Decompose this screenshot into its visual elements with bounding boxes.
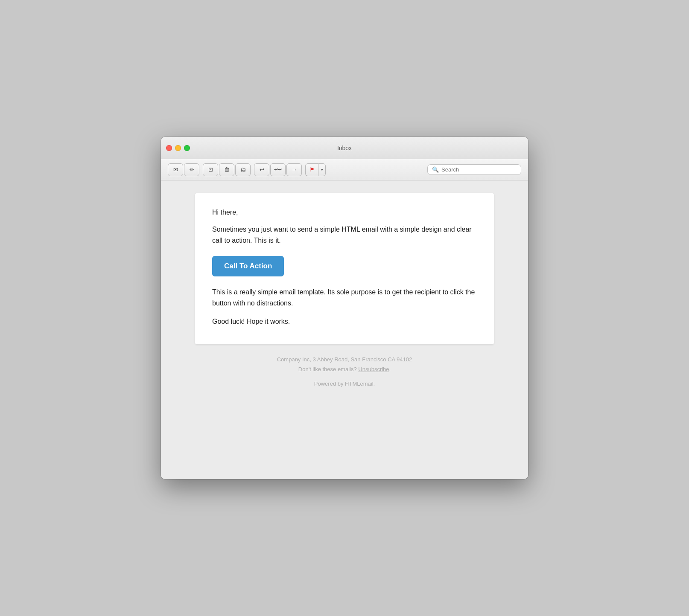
compose-icon: ✉	[173, 166, 178, 173]
company-address: Company Inc, 3 Abbey Road, San Francisco…	[195, 354, 494, 364]
powered-by: Powered by HTMLemail.	[195, 381, 494, 387]
window-title: Inbox	[337, 145, 352, 151]
delete-icon: 🗑	[224, 166, 230, 173]
message-actions-group: ⊡ 🗑 🗂	[203, 163, 251, 176]
app-window: Inbox ✉ ✏ ⊡ 🗑 🗂 ↩	[161, 137, 528, 479]
unsubscribe-line: Don't like these emails? Unsubscribe.	[195, 364, 494, 374]
reply-icon: ↩	[260, 166, 264, 173]
flag-button[interactable]: ⚑	[305, 163, 318, 176]
unsubscribe-suffix: .	[389, 366, 391, 372]
archive-icon: ⊡	[208, 166, 213, 173]
minimize-button[interactable]	[175, 145, 181, 151]
titlebar: Inbox	[161, 137, 528, 159]
email-body-1: Sometimes you just want to send a simple…	[212, 224, 477, 246]
email-greeting: Hi there,	[212, 209, 477, 216]
junk-icon: 🗂	[240, 166, 246, 173]
cta-button[interactable]: Call To Action	[212, 256, 284, 276]
reply-all-button[interactable]: ↩↩	[270, 163, 286, 176]
unsubscribe-prefix: Don't like these emails?	[298, 366, 359, 372]
edit-button[interactable]: ✏	[184, 163, 199, 176]
email-meta-footer: Company Inc, 3 Abbey Road, San Francisco…	[195, 354, 494, 375]
search-icon: 🔍	[432, 166, 439, 173]
compose-group: ✉ ✏	[168, 163, 199, 176]
email-card: Hi there, Sometimes you just want to sen…	[195, 193, 494, 344]
search-input[interactable]	[441, 166, 517, 173]
forward-icon: →	[292, 166, 297, 173]
reply-group: ↩ ↩↩ →	[254, 163, 302, 176]
junk-button[interactable]: 🗂	[235, 163, 251, 176]
email-area: Hi there, Sometimes you just want to sen…	[161, 180, 528, 479]
chevron-down-icon: ▾	[321, 168, 323, 172]
email-body-2: This is a really simple email template. …	[212, 287, 477, 308]
maximize-button[interactable]	[184, 145, 190, 151]
flag-group: ⚑ ▾	[305, 163, 326, 176]
archive-button[interactable]: ⊡	[203, 163, 218, 176]
unsubscribe-link[interactable]: Unsubscribe	[358, 366, 389, 372]
reply-all-icon: ↩↩	[274, 167, 282, 172]
search-container: 🔍	[427, 164, 521, 175]
traffic-lights	[166, 145, 190, 151]
delete-button[interactable]: 🗑	[219, 163, 234, 176]
toolbar: ✉ ✏ ⊡ 🗑 🗂 ↩ ↩↩ →	[161, 159, 528, 180]
flag-dropdown-button[interactable]: ▾	[318, 163, 326, 176]
reply-button[interactable]: ↩	[254, 163, 269, 176]
forward-button[interactable]: →	[286, 163, 302, 176]
flag-icon: ⚑	[309, 166, 315, 173]
edit-icon: ✏	[190, 166, 194, 173]
email-closing: Good luck! Hope it works.	[212, 316, 477, 327]
close-button[interactable]	[166, 145, 172, 151]
compose-button[interactable]: ✉	[168, 163, 183, 176]
